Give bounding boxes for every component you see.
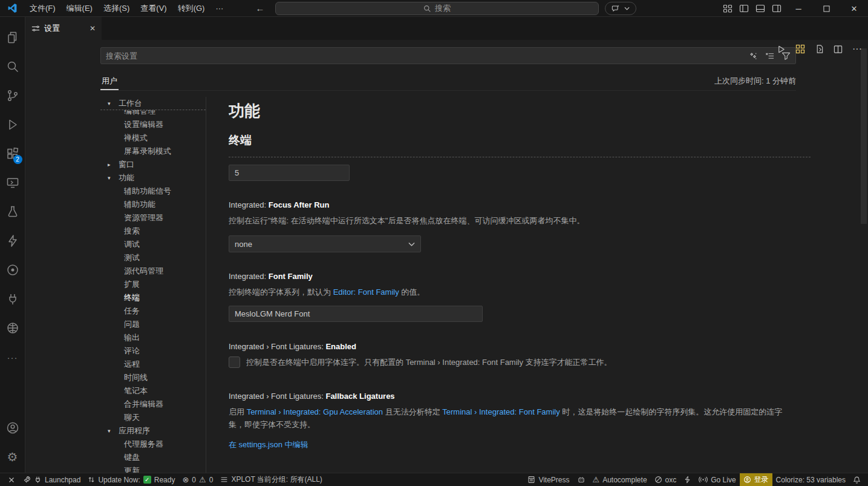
toc-item[interactable]: 输出 (100, 331, 206, 344)
open-settings-json-icon[interactable] (815, 44, 824, 54)
oxc-item[interactable]: oxc (651, 473, 680, 486)
customize-layout-icon[interactable] (723, 4, 733, 13)
sidebar-item-search[interactable] (0, 52, 25, 81)
toc-item[interactable]: 终端 (100, 291, 206, 304)
focus-after-run-select[interactable]: none (229, 235, 421, 252)
toc-item[interactable]: ▾ 工作台 (100, 97, 206, 110)
menu-item[interactable]: 编辑(E) (61, 0, 98, 17)
toc-item[interactable]: ▾ 功能 (100, 171, 206, 185)
font-family-input[interactable] (229, 306, 483, 322)
scrollback-input[interactable] (229, 165, 350, 181)
toc-item[interactable]: 时间线 (100, 371, 206, 384)
settings-search-input[interactable] (101, 51, 749, 61)
manage-button[interactable]: ⚙ (0, 442, 25, 471)
problems-item[interactable]: ⊗ 0 ⚠ 0 (178, 473, 217, 486)
menu-item[interactable]: 选择(S) (98, 0, 135, 17)
toc-item[interactable]: 屏幕录制模式 (100, 145, 206, 158)
run-icon[interactable] (777, 45, 786, 54)
close-window-button[interactable]: ✕ (840, 0, 868, 17)
close-tab-icon[interactable]: ✕ (90, 24, 96, 33)
toggle-panel-icon[interactable] (755, 4, 765, 13)
toc-item[interactable]: 代理服务器 (100, 438, 206, 451)
robot-item[interactable] (573, 473, 589, 486)
edit-in-settings-json-link[interactable]: 在 settings.json 中编辑 (229, 439, 308, 450)
sidebar-item-testing[interactable] (0, 197, 25, 226)
toc-item[interactable]: ▸ 窗口 (100, 158, 206, 171)
gear-icon: ⚙ (7, 450, 18, 464)
minimize-button[interactable]: ─ (785, 0, 812, 17)
menu-item[interactable]: 转到(G) (172, 0, 210, 17)
toc-item[interactable]: 搜索 (100, 225, 206, 238)
update-now-item[interactable]: Update Now: ✓ Ready (84, 473, 178, 486)
filter-modified-icon[interactable] (765, 51, 774, 61)
vertical-scrollbar[interactable] (861, 48, 867, 224)
slash-circle-icon (654, 476, 662, 484)
search-icon (5, 59, 20, 74)
toc-item[interactable]: ▾ 应用程序 (100, 424, 206, 438)
more-actions-icon[interactable]: ··· (852, 44, 862, 54)
plug-icon (5, 292, 20, 306)
menu-item[interactable]: ··· (210, 0, 229, 17)
sidebar-item-explorer[interactable] (0, 23, 25, 52)
account-sync-icon (743, 476, 751, 484)
lightning-icon (5, 234, 20, 248)
sidebar-item-extension-lightning[interactable] (0, 226, 25, 255)
toc-item[interactable]: 禅模式 (100, 131, 206, 145)
tab-settings[interactable]: 设置 ✕ (25, 17, 102, 40)
suggest-filters-icon[interactable] (749, 51, 758, 61)
toc-item[interactable]: 源代码管理 (100, 264, 206, 278)
copilot-menu-button[interactable] (605, 2, 636, 15)
sidebar-item-extension-globe[interactable] (0, 314, 25, 343)
sidebar-item-source-control[interactable] (0, 81, 25, 110)
vitepress-item[interactable]: VitePress (524, 473, 573, 486)
toggle-primary-sidebar-icon[interactable] (739, 4, 749, 13)
toc-item[interactable]: 资源管理器 (100, 211, 206, 225)
toc-item[interactable]: 笔记本 (100, 384, 206, 398)
toc-item[interactable]: 评论 (100, 344, 206, 358)
remote-explorer-icon (5, 176, 20, 190)
ligatures-enabled-checkbox[interactable] (229, 356, 240, 368)
toc-item[interactable]: 编辑管理 (100, 110, 206, 118)
sidebar-item-extensions[interactable]: 2 (0, 139, 25, 168)
sidebar-item-more[interactable]: ··· (0, 343, 25, 372)
toc-item[interactable]: 更新 (100, 464, 206, 473)
sidebar-item-run-debug[interactable] (0, 110, 25, 139)
go-live-item[interactable]: Go Live (695, 473, 739, 486)
toc-item[interactable]: 任务 (100, 304, 206, 318)
toc-item[interactable]: 测试 (100, 251, 206, 264)
toc-item[interactable]: 调试 (100, 238, 206, 251)
maximize-button[interactable] (812, 0, 840, 17)
login-item[interactable]: 登录 (740, 473, 772, 486)
sidebar-item-extension-circle[interactable] (0, 255, 25, 284)
xplot-group-item[interactable]: XPLOT 当前分组: 所有(ALL) (217, 473, 325, 486)
colorize-item[interactable]: Colorize: 53 variables (772, 473, 849, 486)
modified-settings-icon[interactable] (795, 44, 805, 54)
tree-arrow-icon: ▸ (108, 162, 119, 168)
sidebar-item-remote-explorer[interactable] (0, 168, 25, 197)
toc-item[interactable]: 键盘 (100, 451, 206, 464)
split-editor-icon[interactable] (834, 45, 843, 54)
bell-icon (853, 476, 861, 484)
toggle-secondary-sidebar-icon[interactable] (772, 4, 782, 13)
toc-item[interactable]: 设置编辑器 (100, 118, 206, 131)
toc-splitter[interactable] (206, 97, 206, 473)
menu-item[interactable]: 查看(V) (135, 0, 172, 17)
back-icon[interactable]: ← (255, 3, 264, 13)
toc-item[interactable]: 合并编辑器 (100, 398, 206, 411)
launchpad-item[interactable]: Launchpad (19, 473, 84, 486)
toc-item[interactable]: 聊天 (100, 411, 206, 424)
account-button[interactable] (0, 413, 25, 442)
toc-item[interactable]: 问题 (100, 318, 206, 331)
toc-item[interactable]: 辅助功能信号 (100, 185, 206, 198)
sidebar-item-extension-plug[interactable] (0, 284, 25, 314)
autocomplete-item[interactable]: ⚠ Autocomplete (589, 473, 651, 486)
notifications-item[interactable] (849, 473, 864, 486)
remote-indicator[interactable] (4, 473, 19, 486)
toc-item[interactable]: 辅助功能 (100, 198, 206, 211)
command-center-search[interactable]: 搜索 (275, 2, 599, 15)
toc-item[interactable]: 远程 (100, 358, 206, 371)
lightning-item[interactable] (680, 473, 695, 486)
toc-item[interactable]: 扩展 (100, 278, 206, 291)
tab-user-scope[interactable]: 用户 (100, 71, 119, 90)
menu-item[interactable]: 文件(F) (24, 0, 61, 17)
